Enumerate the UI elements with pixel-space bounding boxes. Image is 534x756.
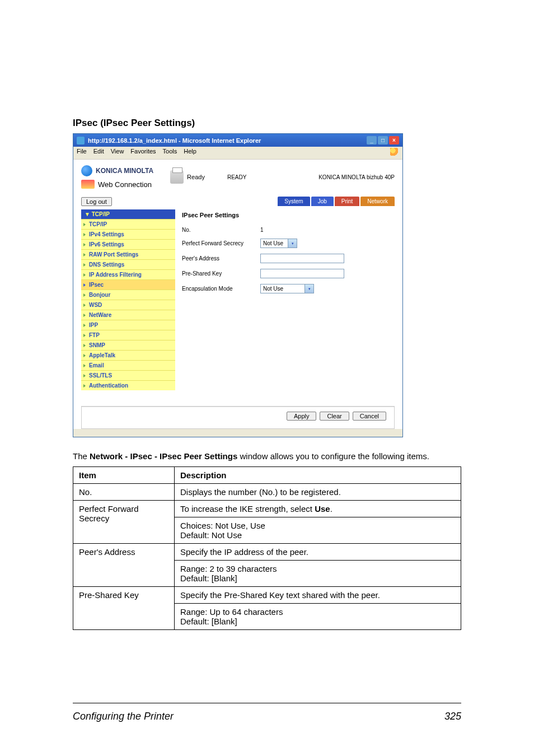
apply-button[interactable]: Apply bbox=[287, 412, 317, 421]
table-row: No. Displays the number (No.) to be regi… bbox=[73, 484, 461, 501]
page-title: IPsec (IPsec Peer Settings) bbox=[73, 118, 461, 129]
sidebar-item-ftp[interactable]: FTP bbox=[81, 330, 175, 340]
cell-desc: Choices: Not Use, Use Default: Not Use bbox=[175, 517, 461, 544]
cell-item: Peer's Address bbox=[73, 544, 175, 587]
tab-print[interactable]: Print bbox=[335, 197, 360, 206]
sidebar-item-ipv4[interactable]: IPv4 Settings bbox=[81, 229, 175, 239]
tab-system[interactable]: System bbox=[278, 197, 310, 206]
th-description: Description bbox=[175, 467, 461, 484]
menu-view[interactable]: View bbox=[111, 148, 124, 158]
table-header-row: Item Description bbox=[73, 467, 461, 484]
row-psk: Pre-Shared Key bbox=[182, 266, 395, 281]
table-row: Perfect Forward Secrecy To increase the … bbox=[73, 501, 461, 517]
select-encap-value: Not Use bbox=[263, 286, 283, 292]
sidebar-item-email[interactable]: Email bbox=[81, 360, 175, 370]
content-title: IPsec Peer Settings bbox=[182, 212, 395, 218]
sidebar-item-snmp[interactable]: SNMP bbox=[81, 340, 175, 350]
cell-item: Perfect Forward Secrecy bbox=[73, 501, 175, 544]
th-item: Item bbox=[73, 467, 175, 484]
select-pfs-value: Not Use bbox=[263, 240, 283, 246]
menu-help[interactable]: Help bbox=[184, 148, 196, 158]
chevron-down-icon: ▾ bbox=[288, 239, 297, 248]
select-encapsulation-mode[interactable]: Not Use ▾ bbox=[260, 284, 314, 293]
web-connection-brand: Web Connection bbox=[81, 180, 153, 189]
browser-window: http://192.168.1.2/a_index.html - Micros… bbox=[73, 133, 403, 437]
footer-right: 325 bbox=[444, 711, 461, 722]
sidebar-item-dns[interactable]: DNS Settings bbox=[81, 259, 175, 269]
table-row: Peer's Address Specify the IP address of… bbox=[73, 544, 461, 561]
km-logo-icon bbox=[81, 165, 92, 176]
sidebar-item-ipp[interactable]: IPP bbox=[81, 320, 175, 330]
sidebar-item-ssltls[interactable]: SSL/TLS bbox=[81, 370, 175, 380]
sidebar-item-ipv6[interactable]: IPv6 Settings bbox=[81, 239, 175, 249]
tabs: System Job Print Network bbox=[278, 197, 395, 206]
cancel-button[interactable]: Cancel bbox=[353, 412, 386, 421]
label-encap: Encapsulation Mode bbox=[182, 286, 260, 292]
km-brand: KONICA MINOLTA bbox=[81, 165, 153, 176]
button-row: Apply Clear Cancel bbox=[82, 407, 394, 428]
tab-network[interactable]: Network bbox=[360, 197, 395, 206]
sidebar-item-ipsec[interactable]: IPsec bbox=[81, 279, 175, 290]
km-text: KONICA MINOLTA bbox=[96, 167, 153, 175]
titlebar: http://192.168.1.2/a_index.html - Micros… bbox=[73, 134, 402, 147]
brand-block: KONICA MINOLTA Web Connection bbox=[81, 165, 153, 189]
footer-left: Configuring the Printer bbox=[73, 711, 174, 722]
value-no: 1 bbox=[260, 227, 395, 233]
sidebar: TCP/IP TCP/IP IPv4 Settings IPv6 Setting… bbox=[81, 209, 175, 390]
pagescope-logo-icon bbox=[81, 180, 95, 189]
maximize-button[interactable]: □ bbox=[378, 136, 388, 144]
row-encap: Encapsulation Mode Not Use ▾ bbox=[182, 281, 395, 296]
close-button[interactable]: × bbox=[389, 136, 399, 144]
cell-desc: Range: 2 to 39 characters Default: [Blan… bbox=[175, 561, 461, 587]
cell-desc: Range: Up to 64 characters Default: [Bla… bbox=[175, 604, 461, 630]
ready-label: Ready bbox=[187, 174, 205, 180]
sidebar-item-rawport[interactable]: RAW Port Settings bbox=[81, 249, 175, 259]
cell-item: Pre-Shared Key bbox=[73, 587, 175, 630]
menu-edit[interactable]: Edit bbox=[93, 148, 104, 158]
header-strip: KONICA MINOLTA Web Connection Ready READ… bbox=[73, 160, 402, 197]
menu-favorites[interactable]: Favorites bbox=[130, 148, 156, 158]
cell-desc: Specify the Pre-Shared Key text shared w… bbox=[175, 587, 461, 604]
sidebar-item-tcpip[interactable]: TCP/IP bbox=[81, 219, 175, 229]
footer-divider bbox=[73, 703, 461, 703]
sidebar-item-bonjour[interactable]: Bonjour bbox=[81, 290, 175, 300]
window-controls: _ □ × bbox=[367, 136, 399, 144]
label-peer: Peer's Address bbox=[182, 255, 260, 262]
input-peer-address[interactable] bbox=[260, 254, 344, 263]
label-psk: Pre-Shared Key bbox=[182, 270, 260, 277]
sidebar-item-appletalk[interactable]: AppleTalk bbox=[81, 350, 175, 360]
description-table: Item Description No. Displays the number… bbox=[73, 466, 461, 630]
ie-icon bbox=[77, 137, 85, 144]
row-no: No. 1 bbox=[182, 224, 395, 236]
minimize-button[interactable]: _ bbox=[367, 136, 377, 144]
select-pfs[interactable]: Not Use ▾ bbox=[260, 239, 297, 248]
cell-desc: Displays the number (No.) to be register… bbox=[175, 484, 461, 501]
tabs-row: Log out System Job Print Network bbox=[73, 197, 402, 209]
clear-button[interactable]: Clear bbox=[320, 412, 349, 421]
input-pre-shared-key[interactable] bbox=[260, 269, 344, 278]
logout-button[interactable]: Log out bbox=[81, 197, 112, 206]
description-paragraph: The Network - IPsec - IPsec Peer Setting… bbox=[73, 451, 461, 462]
cell-desc: Specify the IP address of the peer. bbox=[175, 544, 461, 561]
document-page: IPsec (IPsec Peer Settings) http://192.1… bbox=[0, 0, 534, 756]
footer-box: Apply Clear Cancel bbox=[81, 406, 395, 429]
sidebar-header[interactable]: TCP/IP bbox=[81, 209, 175, 219]
row-peer: Peer's Address bbox=[182, 251, 395, 266]
web-connection-text: Web Connection bbox=[98, 180, 152, 189]
windows-logo bbox=[390, 148, 399, 158]
menu-file[interactable]: File bbox=[77, 148, 87, 158]
sidebar-item-netware[interactable]: NetWare bbox=[81, 310, 175, 320]
label-no: No. bbox=[182, 227, 260, 233]
main-area: TCP/IP TCP/IP IPv4 Settings IPv6 Setting… bbox=[73, 209, 402, 398]
device-name: KONICA MINOLTA bizhub 40P bbox=[318, 174, 395, 180]
sidebar-item-ipfilter[interactable]: IP Address Filtering bbox=[81, 269, 175, 279]
sidebar-item-authentication[interactable]: Authentication bbox=[81, 380, 175, 390]
menu-tools[interactable]: Tools bbox=[163, 148, 177, 158]
sidebar-item-wsd[interactable]: WSD bbox=[81, 300, 175, 310]
row-pfs: Perfect Forward Secrecy Not Use ▾ bbox=[182, 236, 395, 251]
content-pane: IPsec Peer Settings No. 1 Perfect Forwar… bbox=[182, 209, 395, 390]
cell-item: No. bbox=[73, 484, 175, 501]
tab-job[interactable]: Job bbox=[311, 197, 334, 206]
titlebar-title: http://192.168.1.2/a_index.html - Micros… bbox=[88, 137, 367, 144]
ready-block: Ready READY bbox=[170, 170, 246, 184]
